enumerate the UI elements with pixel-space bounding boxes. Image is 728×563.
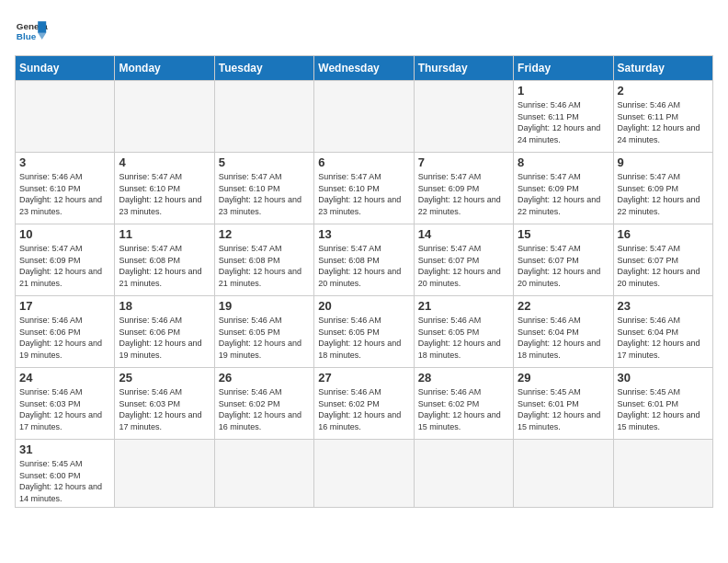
calendar-cell: 7Sunrise: 5:47 AM Sunset: 6:09 PM Daylig…: [414, 153, 513, 224]
day-number: 11: [119, 227, 210, 241]
calendar-cell: 28Sunrise: 5:46 AM Sunset: 6:02 PM Dayli…: [414, 368, 513, 440]
day-number: 12: [219, 227, 310, 241]
calendar-cell: [514, 440, 613, 508]
calendar-cell: [214, 81, 313, 153]
day-info: Sunrise: 5:46 AM Sunset: 6:03 PM Dayligh…: [119, 386, 210, 432]
day-number: 18: [119, 299, 210, 313]
day-number: 31: [19, 442, 110, 456]
calendar-cell: [16, 81, 115, 153]
calendar-cell: 31Sunrise: 5:45 AM Sunset: 6:00 PM Dayli…: [16, 440, 115, 508]
day-info: Sunrise: 5:47 AM Sunset: 6:10 PM Dayligh…: [219, 171, 310, 217]
calendar-cell: [115, 81, 214, 153]
calendar-week-row: 1Sunrise: 5:46 AM Sunset: 6:11 PM Daylig…: [16, 81, 713, 153]
calendar-cell: 11Sunrise: 5:47 AM Sunset: 6:08 PM Dayli…: [115, 224, 214, 296]
calendar-cell: 13Sunrise: 5:47 AM Sunset: 6:08 PM Dayli…: [314, 224, 414, 296]
calendar-cell: [414, 440, 513, 508]
day-info: Sunrise: 5:46 AM Sunset: 6:04 PM Dayligh…: [518, 315, 609, 361]
day-number: 13: [318, 227, 409, 241]
day-number: 8: [518, 155, 609, 169]
calendar-cell: [214, 440, 313, 508]
day-number: 30: [618, 371, 709, 385]
calendar-cell: 8Sunrise: 5:47 AM Sunset: 6:09 PM Daylig…: [514, 153, 613, 224]
calendar-cell: 2Sunrise: 5:46 AM Sunset: 6:11 PM Daylig…: [613, 81, 712, 153]
day-info: Sunrise: 5:47 AM Sunset: 6:09 PM Dayligh…: [518, 171, 609, 217]
calendar-cell: 25Sunrise: 5:46 AM Sunset: 6:03 PM Dayli…: [115, 368, 214, 440]
calendar-cell: 12Sunrise: 5:47 AM Sunset: 6:08 PM Dayli…: [214, 224, 313, 296]
day-number: 7: [418, 155, 509, 169]
day-info: Sunrise: 5:46 AM Sunset: 6:02 PM Dayligh…: [318, 386, 409, 432]
calendar-cell: 23Sunrise: 5:46 AM Sunset: 6:04 PM Dayli…: [613, 296, 712, 368]
day-number: 1: [518, 84, 609, 98]
day-info: Sunrise: 5:46 AM Sunset: 6:04 PM Dayligh…: [618, 315, 709, 361]
day-info: Sunrise: 5:47 AM Sunset: 6:07 PM Dayligh…: [518, 243, 609, 289]
calendar-cell: 30Sunrise: 5:45 AM Sunset: 6:01 PM Dayli…: [613, 368, 712, 440]
day-info: Sunrise: 5:47 AM Sunset: 6:09 PM Dayligh…: [618, 171, 709, 217]
day-info: Sunrise: 5:47 AM Sunset: 6:07 PM Dayligh…: [618, 243, 709, 289]
calendar-cell: 24Sunrise: 5:46 AM Sunset: 6:03 PM Dayli…: [16, 368, 115, 440]
day-info: Sunrise: 5:47 AM Sunset: 6:09 PM Dayligh…: [418, 171, 509, 217]
col-header-friday: Friday: [514, 56, 613, 81]
day-info: Sunrise: 5:47 AM Sunset: 6:10 PM Dayligh…: [119, 171, 210, 217]
calendar-cell: 4Sunrise: 5:47 AM Sunset: 6:10 PM Daylig…: [115, 153, 214, 224]
day-info: Sunrise: 5:46 AM Sunset: 6:02 PM Dayligh…: [219, 386, 310, 432]
day-number: 4: [119, 155, 210, 169]
day-number: 17: [19, 299, 110, 313]
day-number: 3: [19, 155, 110, 169]
calendar-cell: 26Sunrise: 5:46 AM Sunset: 6:02 PM Dayli…: [214, 368, 313, 440]
calendar-cell: [314, 440, 414, 508]
day-number: 24: [19, 371, 110, 385]
calendar-cell: 10Sunrise: 5:47 AM Sunset: 6:09 PM Dayli…: [16, 224, 115, 296]
svg-marker-3: [38, 33, 46, 40]
day-number: 2: [618, 84, 709, 98]
day-info: Sunrise: 5:46 AM Sunset: 6:05 PM Dayligh…: [318, 315, 409, 361]
calendar-week-row: 3Sunrise: 5:46 AM Sunset: 6:10 PM Daylig…: [16, 153, 713, 224]
col-header-saturday: Saturday: [613, 56, 712, 81]
day-number: 20: [318, 299, 409, 313]
day-info: Sunrise: 5:47 AM Sunset: 6:07 PM Dayligh…: [418, 243, 509, 289]
day-info: Sunrise: 5:46 AM Sunset: 6:02 PM Dayligh…: [418, 386, 509, 432]
calendar-week-row: 17Sunrise: 5:46 AM Sunset: 6:06 PM Dayli…: [16, 296, 713, 368]
page-header: General Blue: [15, 15, 713, 48]
day-info: Sunrise: 5:46 AM Sunset: 6:06 PM Dayligh…: [119, 315, 210, 361]
day-info: Sunrise: 5:46 AM Sunset: 6:03 PM Dayligh…: [19, 386, 110, 432]
day-info: Sunrise: 5:46 AM Sunset: 6:05 PM Dayligh…: [219, 315, 310, 361]
calendar-cell: 27Sunrise: 5:46 AM Sunset: 6:02 PM Dayli…: [314, 368, 414, 440]
day-info: Sunrise: 5:47 AM Sunset: 6:10 PM Dayligh…: [318, 171, 409, 217]
day-info: Sunrise: 5:47 AM Sunset: 6:08 PM Dayligh…: [318, 243, 409, 289]
calendar-cell: 21Sunrise: 5:46 AM Sunset: 6:05 PM Dayli…: [414, 296, 513, 368]
day-info: Sunrise: 5:46 AM Sunset: 6:10 PM Dayligh…: [19, 171, 110, 217]
col-header-wednesday: Wednesday: [314, 56, 414, 81]
calendar-cell: 16Sunrise: 5:47 AM Sunset: 6:07 PM Dayli…: [613, 224, 712, 296]
day-number: 22: [518, 299, 609, 313]
day-number: 28: [418, 371, 509, 385]
svg-text:Blue: Blue: [17, 31, 37, 41]
svg-marker-2: [38, 21, 46, 33]
calendar-cell: 15Sunrise: 5:47 AM Sunset: 6:07 PM Dayli…: [514, 224, 613, 296]
logo-icon: General Blue: [15, 15, 48, 48]
day-number: 9: [618, 155, 709, 169]
calendar-header-row: SundayMondayTuesdayWednesdayThursdayFrid…: [16, 56, 713, 81]
day-info: Sunrise: 5:46 AM Sunset: 6:11 PM Dayligh…: [618, 99, 709, 145]
day-number: 29: [518, 371, 609, 385]
calendar-cell: 22Sunrise: 5:46 AM Sunset: 6:04 PM Dayli…: [514, 296, 613, 368]
calendar-cell: 29Sunrise: 5:45 AM Sunset: 6:01 PM Dayli…: [514, 368, 613, 440]
calendar-cell: 17Sunrise: 5:46 AM Sunset: 6:06 PM Dayli…: [16, 296, 115, 368]
logo: General Blue: [15, 15, 48, 48]
day-number: 14: [418, 227, 509, 241]
day-number: 6: [318, 155, 409, 169]
day-number: 26: [219, 371, 310, 385]
col-header-thursday: Thursday: [414, 56, 513, 81]
col-header-tuesday: Tuesday: [214, 56, 313, 81]
calendar-cell: 20Sunrise: 5:46 AM Sunset: 6:05 PM Dayli…: [314, 296, 414, 368]
day-number: 27: [318, 371, 409, 385]
calendar-week-row: 10Sunrise: 5:47 AM Sunset: 6:09 PM Dayli…: [16, 224, 713, 296]
calendar-cell: 18Sunrise: 5:46 AM Sunset: 6:06 PM Dayli…: [115, 296, 214, 368]
day-info: Sunrise: 5:46 AM Sunset: 6:06 PM Dayligh…: [19, 315, 110, 361]
calendar-cell: 9Sunrise: 5:47 AM Sunset: 6:09 PM Daylig…: [613, 153, 712, 224]
col-header-sunday: Sunday: [16, 56, 115, 81]
day-number: 25: [119, 371, 210, 385]
calendar-cell: 3Sunrise: 5:46 AM Sunset: 6:10 PM Daylig…: [16, 153, 115, 224]
day-number: 16: [618, 227, 709, 241]
day-number: 21: [418, 299, 509, 313]
calendar-week-row: 31Sunrise: 5:45 AM Sunset: 6:00 PM Dayli…: [16, 440, 713, 508]
